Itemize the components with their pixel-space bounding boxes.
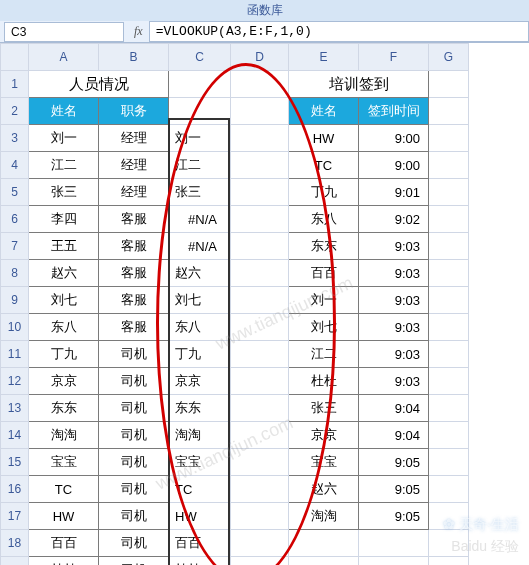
cell[interactable]: 9:03 (359, 368, 429, 395)
row-header[interactable]: 18 (1, 530, 29, 557)
cell[interactable]: 客服 (99, 314, 169, 341)
cell[interactable]: 刘一 (29, 125, 99, 152)
cell[interactable]: 培训签到 (289, 71, 429, 98)
cell[interactable]: 经理 (99, 125, 169, 152)
worksheet[interactable]: ABCDEFG 1人员情况培训签到2姓名职务姓名签到时间3刘一经理刘一HW9:0… (0, 43, 529, 565)
cell[interactable]: 9:05 (359, 476, 429, 503)
cell[interactable] (231, 125, 289, 152)
row-header[interactable]: 16 (1, 476, 29, 503)
cell[interactable]: 东八 (29, 314, 99, 341)
cell[interactable]: 司机 (99, 395, 169, 422)
col-header-D[interactable]: D (231, 44, 289, 71)
cell[interactable]: 赵六 (169, 260, 231, 287)
cell[interactable] (231, 233, 289, 260)
cell[interactable] (231, 530, 289, 557)
cell[interactable] (289, 557, 359, 566)
cell[interactable] (231, 395, 289, 422)
cell[interactable]: 职务 (99, 98, 169, 125)
cell[interactable]: 丁九 (169, 341, 231, 368)
cell[interactable] (429, 368, 469, 395)
cell[interactable]: 淘淘 (289, 503, 359, 530)
cell[interactable] (231, 314, 289, 341)
cell[interactable]: 江二 (289, 341, 359, 368)
formula-bar[interactable]: =VLOOKUP(A3,E:F,1,0) (149, 21, 529, 42)
cell[interactable] (359, 530, 429, 557)
cell[interactable]: HW (29, 503, 99, 530)
cell[interactable]: 张三 (289, 395, 359, 422)
cell[interactable] (231, 98, 289, 125)
cell[interactable]: 王五 (29, 233, 99, 260)
cell[interactable]: TC (289, 152, 359, 179)
cell[interactable]: HW (289, 125, 359, 152)
cell[interactable]: 张三 (169, 179, 231, 206)
cell[interactable]: 李四 (29, 206, 99, 233)
cell[interactable] (231, 476, 289, 503)
cell[interactable] (231, 503, 289, 530)
cell[interactable]: 赵六 (289, 476, 359, 503)
cell[interactable]: 淘淘 (169, 422, 231, 449)
cell[interactable] (231, 341, 289, 368)
cell[interactable]: 司机 (99, 422, 169, 449)
row-header[interactable]: 6 (1, 206, 29, 233)
fx-icon[interactable]: fx (128, 24, 149, 39)
cell[interactable] (231, 206, 289, 233)
cell[interactable] (231, 260, 289, 287)
cell[interactable]: 东东 (289, 233, 359, 260)
cell[interactable] (231, 179, 289, 206)
cell[interactable]: #N/A (169, 206, 231, 233)
cell[interactable]: 丁九 (289, 179, 359, 206)
cell[interactable]: 9:01 (359, 179, 429, 206)
cell[interactable]: 淘淘 (29, 422, 99, 449)
cell[interactable]: 江二 (29, 152, 99, 179)
cell[interactable]: 司机 (99, 341, 169, 368)
row-header[interactable]: 1 (1, 71, 29, 98)
cell[interactable]: 赵六 (29, 260, 99, 287)
cell[interactable] (429, 422, 469, 449)
cell[interactable]: 9:04 (359, 395, 429, 422)
col-header-E[interactable]: E (289, 44, 359, 71)
row-header[interactable]: 3 (1, 125, 29, 152)
cell[interactable]: 姓名 (29, 98, 99, 125)
cell[interactable] (359, 557, 429, 566)
cell[interactable] (231, 449, 289, 476)
cell[interactable]: 经理 (99, 152, 169, 179)
cell[interactable] (429, 206, 469, 233)
cell[interactable]: 东东 (29, 395, 99, 422)
row-header[interactable]: 14 (1, 422, 29, 449)
row-header[interactable]: 17 (1, 503, 29, 530)
row-header[interactable]: 15 (1, 449, 29, 476)
cell[interactable]: 杜杜 (289, 368, 359, 395)
cell[interactable]: HW (169, 503, 231, 530)
row-header[interactable]: 8 (1, 260, 29, 287)
row-header[interactable]: 13 (1, 395, 29, 422)
cell[interactable] (231, 557, 289, 566)
cell[interactable]: 姓名 (289, 98, 359, 125)
cell[interactable]: TC (29, 476, 99, 503)
cell[interactable] (429, 71, 469, 98)
cell[interactable]: 刘七 (169, 287, 231, 314)
cell[interactable] (169, 98, 231, 125)
cell[interactable]: 宝宝 (29, 449, 99, 476)
cell[interactable] (429, 314, 469, 341)
cell[interactable]: 司机 (99, 449, 169, 476)
cell[interactable] (429, 152, 469, 179)
cell[interactable] (429, 476, 469, 503)
cell[interactable]: 9:03 (359, 260, 429, 287)
row-header[interactable]: 12 (1, 368, 29, 395)
cell[interactable] (169, 71, 231, 98)
cell[interactable]: 经理 (99, 179, 169, 206)
row-header[interactable]: 5 (1, 179, 29, 206)
cell[interactable]: 9:05 (359, 503, 429, 530)
cell[interactable]: 9:03 (359, 233, 429, 260)
cell[interactable] (231, 287, 289, 314)
cell[interactable]: 东八 (289, 206, 359, 233)
col-header-G[interactable]: G (429, 44, 469, 71)
cell[interactable]: 9:00 (359, 125, 429, 152)
col-header-C[interactable]: C (169, 44, 231, 71)
cell[interactable]: 刘一 (289, 287, 359, 314)
cell[interactable]: 客服 (99, 287, 169, 314)
cell[interactable]: 杜杜 (29, 557, 99, 566)
col-header-A[interactable]: A (29, 44, 99, 71)
cell[interactable]: 司机 (99, 503, 169, 530)
cell[interactable] (231, 368, 289, 395)
